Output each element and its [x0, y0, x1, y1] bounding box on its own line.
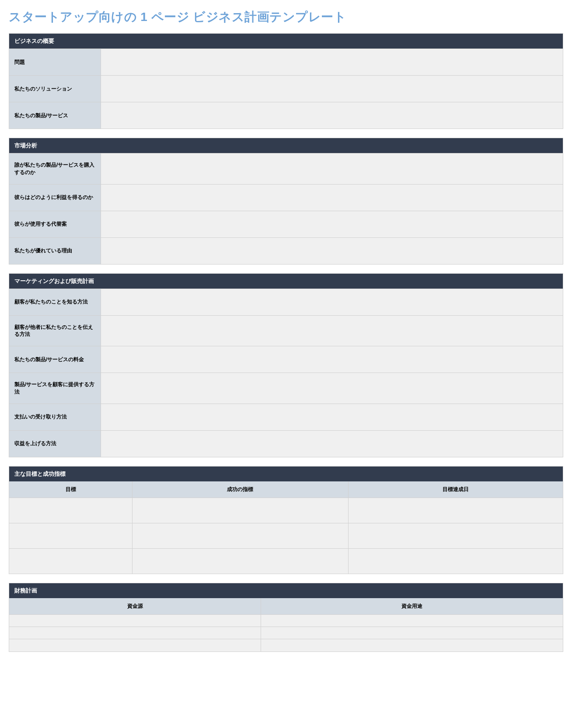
finance-cell[interactable]: [9, 627, 261, 639]
finance-row: [9, 615, 563, 627]
goals-table: 目標 成功の指標 目標達成日: [9, 481, 563, 574]
marketing-value-referral[interactable]: [101, 316, 563, 346]
overview-label-product: 私たちの製品/サービス: [9, 102, 101, 129]
market-label-alternative: 彼らが使用する代替案: [9, 211, 101, 237]
market-row: 私たちが優れている理由: [9, 237, 563, 264]
marketing-row: 顧客が他者に私たちのことを伝える方法: [9, 315, 563, 346]
section-finance: 財務計画 資金源 資金用途: [9, 583, 563, 652]
marketing-value-pricing[interactable]: [101, 346, 563, 373]
marketing-row: 私たちの製品/サービスの料金: [9, 346, 563, 373]
finance-row: [9, 627, 563, 639]
finance-cell[interactable]: [9, 615, 261, 627]
goals-cell[interactable]: [9, 523, 133, 548]
overview-row: 私たちのソリューション: [9, 75, 563, 102]
section-overview: ビジネスの概要 問題 私たちのソリューション 私たちの製品/サービス: [9, 33, 563, 129]
marketing-label-revenue: 収益を上げる方法: [9, 431, 101, 457]
market-row: 誰が私たちの製品/サービスを購入するのか: [9, 153, 563, 184]
page-title: スタートアップ向けの 1 ページ ビジネス計画テンプレート: [9, 9, 563, 25]
finance-table: 資金源 資金用途: [9, 598, 563, 651]
section-marketing: マーケティングおよび販売計画 顧客が私たちのことを知る方法 顧客が他者に私たちの…: [9, 273, 563, 457]
goals-cell[interactable]: [9, 548, 133, 574]
goals-cell[interactable]: [348, 523, 563, 548]
marketing-value-awareness[interactable]: [101, 289, 563, 315]
goals-row: [9, 523, 563, 548]
finance-col-source: 資金源: [9, 598, 261, 615]
overview-label-solution: 私たちのソリューション: [9, 76, 101, 102]
market-value-who[interactable]: [101, 153, 563, 184]
section-finance-header: 財務計画: [9, 583, 563, 598]
marketing-label-referral: 顧客が他者に私たちのことを伝える方法: [9, 316, 101, 346]
section-market: 市場分析 誰が私たちの製品/サービスを購入するのか 彼らはどのように利益を得るの…: [9, 138, 563, 265]
goals-cell[interactable]: [133, 523, 349, 548]
goals-cell[interactable]: [9, 498, 133, 523]
overview-row: 私たちの製品/サービス: [9, 102, 563, 129]
section-market-header: 市場分析: [9, 138, 563, 153]
finance-cell[interactable]: [9, 639, 261, 651]
market-label-benefit: 彼らはどのように利益を得るのか: [9, 185, 101, 211]
finance-col-use: 資金用途: [261, 598, 563, 615]
marketing-value-payment[interactable]: [101, 404, 563, 430]
market-row: 彼らはどのように利益を得るのか: [9, 184, 563, 211]
marketing-value-revenue[interactable]: [101, 431, 563, 457]
page-container: スタートアップ向けの 1 ページ ビジネス計画テンプレート ビジネスの概要 問題…: [9, 9, 563, 652]
market-value-benefit[interactable]: [101, 185, 563, 211]
marketing-row: 支払いの受け取り方法: [9, 404, 563, 430]
finance-cell[interactable]: [261, 615, 563, 627]
market-row: 彼らが使用する代替案: [9, 211, 563, 237]
marketing-value-delivery[interactable]: [101, 373, 563, 404]
overview-row: 問題: [9, 49, 563, 75]
goals-row: [9, 548, 563, 574]
marketing-row: 製品/サービスを顧客に提供する方法: [9, 373, 563, 404]
market-value-alternative[interactable]: [101, 211, 563, 237]
marketing-label-pricing: 私たちの製品/サービスの料金: [9, 346, 101, 373]
overview-value-product[interactable]: [101, 102, 563, 129]
goals-cell[interactable]: [133, 498, 349, 523]
goals-cell[interactable]: [133, 548, 349, 574]
goals-col-metric: 成功の指標: [133, 481, 349, 498]
section-goals: 主な目標と成功指標 目標 成功の指標 目標達成日: [9, 466, 563, 575]
marketing-label-payment: 支払いの受け取り方法: [9, 404, 101, 430]
market-label-advantage: 私たちが優れている理由: [9, 238, 101, 264]
finance-cell[interactable]: [261, 639, 563, 651]
marketing-row: 顧客が私たちのことを知る方法: [9, 289, 563, 315]
section-overview-header: ビジネスの概要: [9, 34, 563, 49]
goals-cell[interactable]: [348, 548, 563, 574]
goals-col-goal: 目標: [9, 481, 133, 498]
goals-cell[interactable]: [348, 498, 563, 523]
finance-cell[interactable]: [261, 627, 563, 639]
finance-row: [9, 639, 563, 651]
marketing-row: 収益を上げる方法: [9, 430, 563, 457]
market-label-who: 誰が私たちの製品/サービスを購入するのか: [9, 153, 101, 184]
goals-row: [9, 498, 563, 523]
section-goals-header: 主な目標と成功指標: [9, 467, 563, 481]
overview-label-problem: 問題: [9, 49, 101, 75]
overview-value-problem[interactable]: [101, 49, 563, 75]
marketing-label-awareness: 顧客が私たちのことを知る方法: [9, 289, 101, 315]
overview-value-solution[interactable]: [101, 76, 563, 102]
goals-col-date: 目標達成日: [348, 481, 563, 498]
market-value-advantage[interactable]: [101, 238, 563, 264]
section-marketing-header: マーケティングおよび販売計画: [9, 274, 563, 289]
marketing-label-delivery: 製品/サービスを顧客に提供する方法: [9, 373, 101, 404]
